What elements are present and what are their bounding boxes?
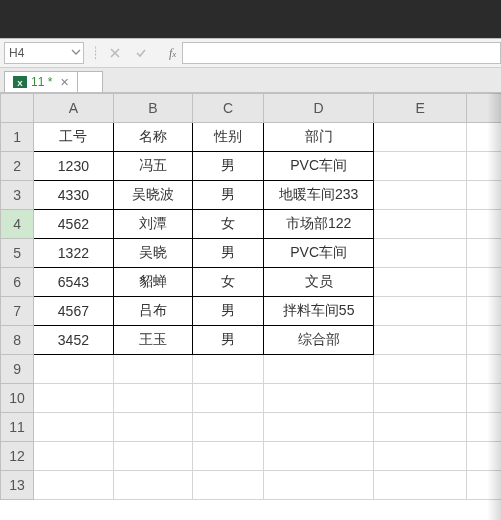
cell[interactable] <box>113 442 193 471</box>
cell[interactable] <box>193 413 264 442</box>
row-header[interactable]: 6 <box>1 268 34 297</box>
cell[interactable] <box>263 471 373 500</box>
cell[interactable] <box>374 123 467 152</box>
cell[interactable] <box>34 471 114 500</box>
enter-icon[interactable] <box>133 45 149 61</box>
cell[interactable] <box>467 181 501 210</box>
cell[interactable] <box>467 471 501 500</box>
cell[interactable]: 名称 <box>113 123 193 152</box>
cell[interactable] <box>374 239 467 268</box>
cell[interactable]: 3452 <box>34 326 114 355</box>
col-header[interactable]: E <box>374 94 467 123</box>
blank-tab-area[interactable] <box>78 71 103 92</box>
cell[interactable]: 女 <box>193 210 264 239</box>
cell[interactable] <box>467 123 501 152</box>
cell[interactable] <box>374 355 467 384</box>
cell[interactable] <box>374 152 467 181</box>
row-header[interactable]: 2 <box>1 152 34 181</box>
cell[interactable] <box>374 384 467 413</box>
cell[interactable] <box>374 442 467 471</box>
cell[interactable] <box>113 471 193 500</box>
name-box-dropdown-icon[interactable] <box>71 47 81 57</box>
cell[interactable] <box>263 355 373 384</box>
row-header[interactable]: 10 <box>1 384 34 413</box>
row-header[interactable]: 5 <box>1 239 34 268</box>
cell[interactable] <box>374 181 467 210</box>
cell[interactable] <box>374 413 467 442</box>
cell[interactable] <box>374 297 467 326</box>
cell[interactable]: 男 <box>193 297 264 326</box>
cell[interactable] <box>467 442 501 471</box>
cell[interactable] <box>467 210 501 239</box>
cell[interactable] <box>263 442 373 471</box>
cell[interactable] <box>34 384 114 413</box>
cell[interactable] <box>193 442 264 471</box>
workbook-tab[interactable]: X 11 * ✕ <box>4 71 78 92</box>
cell[interactable] <box>193 384 264 413</box>
cell[interactable]: 性别 <box>193 123 264 152</box>
cell[interactable] <box>467 384 501 413</box>
spreadsheet-grid[interactable]: A B C D E F 1 工号 名称 性别 部门 2 1230 冯五 男 PV… <box>0 93 501 520</box>
cell[interactable] <box>467 268 501 297</box>
select-all-corner[interactable] <box>1 94 34 123</box>
close-icon[interactable]: ✕ <box>60 76 69 89</box>
col-header[interactable]: B <box>113 94 193 123</box>
cell[interactable] <box>467 413 501 442</box>
formula-bar-input[interactable] <box>182 42 501 64</box>
cell[interactable]: 部门 <box>263 123 373 152</box>
cell[interactable] <box>374 268 467 297</box>
cell[interactable]: 男 <box>193 239 264 268</box>
cancel-icon[interactable] <box>107 45 123 61</box>
cell[interactable] <box>374 210 467 239</box>
cell[interactable] <box>467 355 501 384</box>
cell[interactable] <box>113 355 193 384</box>
cell[interactable]: 工号 <box>34 123 114 152</box>
cell[interactable]: 冯五 <box>113 152 193 181</box>
cell[interactable] <box>263 384 373 413</box>
cell[interactable]: 市场部122 <box>263 210 373 239</box>
fx-icon[interactable]: fx <box>169 46 176 61</box>
col-header[interactable]: C <box>193 94 264 123</box>
cell[interactable] <box>34 442 114 471</box>
cell[interactable] <box>467 326 501 355</box>
cell[interactable] <box>193 355 264 384</box>
cell[interactable]: 吴晓波 <box>113 181 193 210</box>
cell[interactable]: 刘潭 <box>113 210 193 239</box>
cell[interactable] <box>193 471 264 500</box>
cell[interactable]: 女 <box>193 268 264 297</box>
cell[interactable] <box>263 413 373 442</box>
cell[interactable]: 4330 <box>34 181 114 210</box>
cell[interactable] <box>374 471 467 500</box>
cell[interactable]: PVC车间 <box>263 152 373 181</box>
cell[interactable] <box>34 355 114 384</box>
col-header[interactable]: F <box>467 94 501 123</box>
cell[interactable]: 4567 <box>34 297 114 326</box>
row-header[interactable]: 4 <box>1 210 34 239</box>
cell[interactable] <box>467 239 501 268</box>
cell[interactable]: 男 <box>193 152 264 181</box>
cell[interactable]: 文员 <box>263 268 373 297</box>
cell[interactable] <box>34 413 114 442</box>
cell[interactable] <box>113 413 193 442</box>
cell[interactable]: 吕布 <box>113 297 193 326</box>
cell[interactable]: 男 <box>193 181 264 210</box>
cell[interactable]: PVC车间 <box>263 239 373 268</box>
cell[interactable] <box>467 297 501 326</box>
cell[interactable]: 男 <box>193 326 264 355</box>
cell[interactable]: 综合部 <box>263 326 373 355</box>
cell[interactable]: 貂蝉 <box>113 268 193 297</box>
row-header[interactable]: 3 <box>1 181 34 210</box>
row-header[interactable]: 1 <box>1 123 34 152</box>
name-box[interactable]: H4 <box>4 42 84 64</box>
row-header[interactable]: 9 <box>1 355 34 384</box>
row-header[interactable]: 11 <box>1 413 34 442</box>
col-header[interactable]: D <box>263 94 373 123</box>
cell[interactable]: 1322 <box>34 239 114 268</box>
cell[interactable]: 地暖车间233 <box>263 181 373 210</box>
cell[interactable]: 拌料车间55 <box>263 297 373 326</box>
row-header[interactable]: 13 <box>1 471 34 500</box>
cell[interactable]: 4562 <box>34 210 114 239</box>
cell[interactable]: 王玉 <box>113 326 193 355</box>
cell[interactable]: 6543 <box>34 268 114 297</box>
cell[interactable] <box>113 384 193 413</box>
